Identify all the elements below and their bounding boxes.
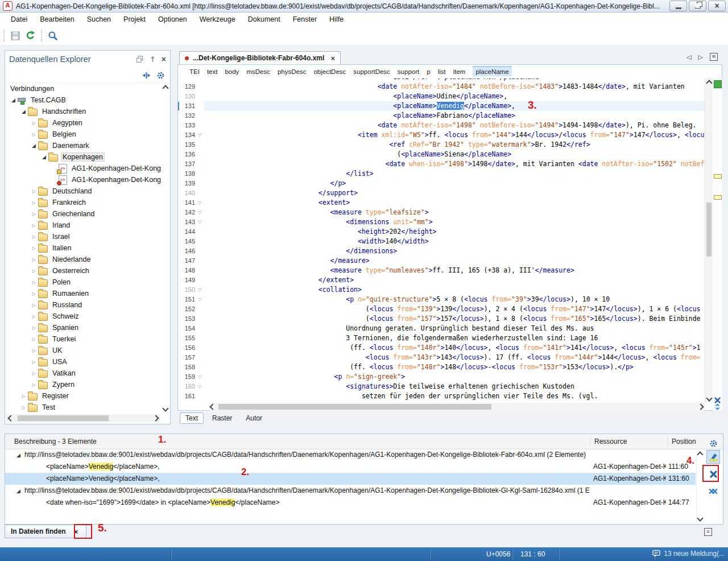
refresh-button[interactable] <box>23 28 38 43</box>
breadcrumb-item-physdesc[interactable]: physDesc <box>278 68 307 75</box>
fold-marker-icon[interactable]: ▽ <box>195 217 204 227</box>
tree-expanded-marker[interactable]: ◢ <box>19 109 28 114</box>
tree-item-usa[interactable]: ▷USA <box>6 356 161 368</box>
tree-collapsed-marker[interactable]: ▷ <box>30 132 38 137</box>
code-line-155[interactable]: 1553 Ternionen, die folgendermaßen wiede… <box>178 333 705 343</box>
tree-expanded-marker[interactable]: ◢ <box>30 143 38 148</box>
tree-item-frankreich[interactable]: ▷Frankreich <box>6 197 161 208</box>
occurrence-marker[interactable] <box>714 174 722 179</box>
tree-item-israel[interactable]: ▷Israel <box>6 231 161 242</box>
tree-item-schweiz[interactable]: ▷Schweiz <box>6 311 161 322</box>
code-line-129[interactable]: 129<date notAfter-iso="1484" notBefore-i… <box>178 82 705 92</box>
menu-dokument[interactable]: Dokument <box>242 14 287 25</box>
tree-collapsed-marker[interactable]: ▷ <box>19 405 28 410</box>
tree-item-test-cagb[interactable]: ◢Test.CAGB <box>6 94 161 106</box>
result-group-row[interactable]: ◢http://linss@telotadev.bbaw.de:9001/exi… <box>5 485 696 497</box>
results-settings-button[interactable] <box>706 436 720 450</box>
result-match-row[interactable]: <placeName>Venedig</placeName>,AG1-Kopen… <box>5 473 696 485</box>
tree-collapsed-marker[interactable]: ▷ <box>30 280 38 285</box>
tree-collapsed-marker[interactable]: ▷ <box>30 269 38 274</box>
breadcrumb-item-body[interactable]: body <box>225 68 239 75</box>
tree-item-kopenhagen[interactable]: ◢Kopenhagen <box>6 151 161 163</box>
fold-marker-icon[interactable]: ▽ <box>195 295 204 304</box>
tree-item-italien[interactable]: ▷Italien <box>6 242 161 254</box>
breadcrumb-item-objectdesc[interactable]: objectDesc <box>313 68 346 75</box>
close-button[interactable]: × <box>708 1 726 11</box>
tree-collapsed-marker[interactable]: ▷ <box>30 303 38 308</box>
tree-collapsed-marker[interactable]: ▷ <box>30 291 38 296</box>
tree-collapsed-marker[interactable]: ▷ <box>30 348 38 353</box>
fold-marker-icon[interactable]: ▽ <box>195 130 204 140</box>
tree-collapsed-marker[interactable]: ▷ <box>30 257 38 262</box>
tree-collapsed-marker[interactable]: ▷ <box>30 246 38 251</box>
restore-view-icon[interactable]: ≡ <box>704 528 712 536</box>
menu-werkzeuge[interactable]: Werkzeuge <box>193 14 242 25</box>
tree-collapsed-marker[interactable]: ▷ <box>30 234 38 240</box>
tree-collapsed-marker[interactable]: ▷ <box>30 189 38 194</box>
code-line-148[interactable]: 148<measure type="numleaves">ff. III, 16… <box>178 266 705 275</box>
tree-collapsed-marker[interactable]: ▷ <box>19 394 28 399</box>
breadcrumb-item-text[interactable]: text <box>207 68 218 75</box>
tree-expanded-marker[interactable]: ◢ <box>40 154 48 160</box>
tree-item-griechenland[interactable]: ▷Griechenland <box>6 208 161 220</box>
scrollbar-thumb[interactable] <box>218 404 491 410</box>
close-panel-icon[interactable]: × <box>162 56 166 63</box>
column-resource[interactable]: Ressource <box>590 438 667 446</box>
locate-in-tree-icon[interactable] <box>142 71 151 80</box>
tree-item-uk[interactable]: ▷UK <box>6 345 161 356</box>
tree-item-daenemark[interactable]: ◢Daenemark <box>6 140 161 151</box>
result-match-row[interactable]: <placeName>Venedig</placeName>,AG1-Kopen… <box>5 461 696 473</box>
tree-item-spanien[interactable]: ▷Spanien <box>6 322 161 333</box>
code-line-150[interactable]: 150▽<collation> <box>178 285 705 295</box>
menu-optionen[interactable]: Optionen <box>152 14 193 25</box>
mode-tab-autor[interactable]: Autor <box>241 413 267 423</box>
menu-bearbeiten[interactable]: Bearbeiten <box>34 14 80 25</box>
tree-item-polen[interactable]: ▷Polen <box>6 277 161 288</box>
menu-suchen[interactable]: Suchen <box>81 14 117 25</box>
breadcrumb-item-msdesc[interactable]: msDesc <box>246 68 270 75</box>
code-line-153[interactable]: 153(<locus from="157">157</locus>), 1 × … <box>178 314 705 324</box>
search-button[interactable] <box>46 28 60 43</box>
minimize-button[interactable] <box>669 1 687 11</box>
tree-collapsed-marker[interactable]: ▷ <box>30 314 38 319</box>
occurrence-marker[interactable] <box>714 195 722 200</box>
code-line-161[interactable]: 161setzen für jeden der ursprünglichen v… <box>178 391 705 401</box>
code-line-158[interactable]: 158(ff. <locus from="148r">148</locus>-<… <box>178 362 705 372</box>
result-match-row[interactable]: <date when-iso="1699">1699</date> in <pl… <box>5 497 696 509</box>
column-position[interactable]: Position <box>667 438 697 446</box>
fold-marker-icon[interactable]: ▽ <box>195 208 204 217</box>
editor-list-icon[interactable]: ≡ <box>710 53 718 61</box>
result-group-row[interactable]: ◢http://linss@telotadev.bbaw.de:9001/exi… <box>5 449 696 461</box>
tree-collapsed-marker[interactable]: ▷ <box>30 223 38 228</box>
code-line-138[interactable]: 138</list> <box>178 169 705 179</box>
code-line-137[interactable]: 137<date when-iso="1498">1498</date>, mi… <box>178 159 705 169</box>
fold-marker-icon[interactable]: ▽ <box>195 382 204 391</box>
code-line-149[interactable]: 149</extent> <box>178 275 705 285</box>
tree-collapsed-marker[interactable]: ▷ <box>30 371 38 376</box>
prev-editor-icon[interactable]: ◁ <box>686 53 691 61</box>
breadcrumb-item-supportdesc[interactable]: supportDesc <box>353 68 390 75</box>
tree-horizontal-scrollbar[interactable] <box>6 414 160 422</box>
fold-marker-icon[interactable]: ▽ <box>195 372 204 382</box>
menu-projekt[interactable]: Projekt <box>117 14 152 25</box>
results-vertical-scrollbar[interactable] <box>696 451 704 522</box>
tree-item-deutschland[interactable]: ▷Deutschland <box>6 185 161 197</box>
tree-collapsed-marker[interactable]: ▷ <box>30 360 38 365</box>
code-line-132[interactable]: 132<placeName>Fabriano</placeName> <box>178 111 705 121</box>
mode-tab-raster[interactable]: Raster <box>207 413 237 423</box>
code-line-130[interactable]: 130<placeName>Udine</placeName>, <box>178 92 705 101</box>
scrollbar-thumb[interactable] <box>18 415 109 421</box>
code-line-154[interactable]: 154Unordnung geraten. Ursprünglich besta… <box>178 324 705 333</box>
code-line-141[interactable]: 141▽<extent> <box>178 198 705 208</box>
code-line-134[interactable]: 134▽<item xml:id="W5">ff. <locus from="1… <box>178 130 705 140</box>
mode-tab-text[interactable]: Text <box>180 412 204 424</box>
code-line-160[interactable]: 160▽<signatures>Die teilweise erhaltenen… <box>178 382 705 391</box>
save-button[interactable] <box>8 28 23 43</box>
breadcrumb-item-tei[interactable]: TEI <box>189 68 200 75</box>
code-line-140[interactable]: 140</support> <box>178 188 705 198</box>
code-line-159[interactable]: 159▽<p n="sign-greek"> <box>178 372 705 382</box>
code-line-147[interactable]: 147</measure> <box>178 256 705 266</box>
tree-item-oesterreich[interactable]: ▷Oesterreich <box>6 265 161 277</box>
code-line-135[interactable]: 135<ref cRef="Br 1942" type="watermark">… <box>178 140 705 150</box>
code-line-144[interactable]: 144<height>202</height> <box>178 227 705 237</box>
